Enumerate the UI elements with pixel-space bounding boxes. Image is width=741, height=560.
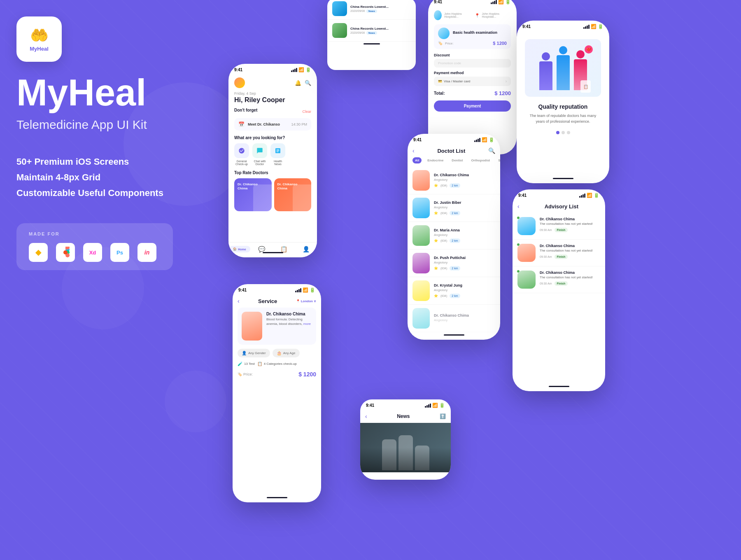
home-bottom-line xyxy=(263,252,283,253)
feature-2: Maintain 4-8px Grid xyxy=(16,172,214,183)
dl-search-icon[interactable]: 🔍 xyxy=(488,147,495,154)
adv-back-button[interactable]: ‹ xyxy=(517,203,520,210)
test-icon: 🧪 xyxy=(238,362,242,366)
svg-point-3 xyxy=(63,250,68,254)
svc-location[interactable]: 📍 London ∨ xyxy=(296,299,316,303)
quality-content: ❤️ 📋 Quality reputation The team of repu… xyxy=(517,31,609,142)
doctor-card-2[interactable]: Dr. ChikansoChima xyxy=(274,178,312,211)
doctor-item-5[interactable]: Dr. Krystal Jung Angiolory ⭐ (834) 2 km xyxy=(408,277,500,305)
left-panel: 🤲 MyHeal MyHeal Telemedicine App UI Kit … xyxy=(16,16,214,270)
news-bottom-status: 9:41 📶 🔋 xyxy=(360,399,451,410)
dl-dist-3: 2 km xyxy=(450,238,460,243)
svc-back-button[interactable]: ‹ xyxy=(238,298,240,304)
dl-specialty-6: Angiolory xyxy=(434,318,495,322)
doctor-item-6[interactable]: Dr. Chikanso Chima Angiolory xyxy=(408,305,500,332)
payment-method-section: Payment method 💳 Visa / Master card › xyxy=(434,71,511,86)
home-content: 🔔 🔍 Friday, 4 Sep Hi, Riley Cooper Don't… xyxy=(228,74,317,256)
tab-dentist[interactable]: Dentist xyxy=(449,157,465,163)
service-news[interactable]: HealthNews xyxy=(270,143,285,166)
news-title-1: China Records Lowest... xyxy=(350,5,411,9)
dl-bottom-line xyxy=(444,334,464,336)
doctor-item-2[interactable]: Dr. Justin Biber Angiolory ⭐ (834) 2 km xyxy=(408,194,500,222)
news-bottom-header: ‹ News ⬆️ xyxy=(360,410,451,423)
news-title-2: China Records Lowest... xyxy=(350,27,411,30)
adv-dot-2 xyxy=(517,243,520,246)
dl-back-button[interactable]: ‹ xyxy=(412,147,415,154)
dl-specialty-2: Angiolory xyxy=(434,205,495,209)
adv-info-1: Dr. Chikanso Chima The consultation has … xyxy=(540,217,600,232)
nav-records[interactable]: 📋 xyxy=(273,246,295,252)
pm-row[interactable]: 💳 Visa / Master card › xyxy=(434,77,511,86)
adv-status-3: Finish xyxy=(555,281,568,286)
service-checkup[interactable]: GeneralCheck-up xyxy=(234,143,249,166)
svc-filters: 👤 Any Gender 🎂 Any Age xyxy=(233,349,321,357)
dl-dist-4: 2 km xyxy=(450,266,460,271)
adv-time-2: 09:30 Am xyxy=(540,255,552,258)
gender-filter[interactable]: 👤 Any Gender xyxy=(238,349,270,357)
dl-name-4: Dr. Push Puttichai xyxy=(434,256,495,260)
tab-endocrine[interactable]: Endocrine xyxy=(425,157,446,163)
tab-all[interactable]: All xyxy=(412,157,422,163)
news-bottom-back[interactable]: ‹ xyxy=(365,413,367,420)
search-icon-home[interactable]: 🔍 xyxy=(305,80,311,86)
doctor-card-1[interactable]: Dr. ChikansoChima xyxy=(234,178,272,211)
adv-item-3[interactable]: Dr. Chikanso Chima The consultation has … xyxy=(513,266,605,293)
tab-surge[interactable]: Surge xyxy=(496,157,500,163)
news-date-1: 2020/09/08 xyxy=(350,9,365,12)
doctor-item-3[interactable]: Dr. Maria Anna Angiolory ⭐ (834) 2 km xyxy=(408,222,500,250)
logo-box: 🤲 MyHeal xyxy=(16,16,62,62)
svc-doctor-card[interactable]: Dr. Chikanso Chima Blood formula: Detect… xyxy=(238,308,316,345)
service-chat[interactable]: Chat withDoctor xyxy=(252,143,267,166)
phone-news-bottom: 9:41 📶 🔋 ‹ News ⬆️ xyxy=(360,399,451,480)
pay-button[interactable]: Payment xyxy=(434,100,511,112)
tool-ps: Ps xyxy=(110,243,129,262)
news-share-icon[interactable]: ⬆️ xyxy=(440,413,446,419)
adv-name-1: Dr. Chikanso Chima xyxy=(540,217,600,221)
nav-profile[interactable]: 👤 xyxy=(295,246,317,252)
logo-icon: 🤲 xyxy=(30,27,49,44)
tool-invision: in xyxy=(137,243,156,262)
dl-specialty-3: Angiolory xyxy=(434,233,495,237)
dl-avatar-6 xyxy=(412,308,430,329)
news-item-1[interactable]: China Records Lowest... 2020/09/08 News xyxy=(327,0,416,20)
quality-dots xyxy=(525,131,601,134)
payment-status: 9:41 📶 🔋 xyxy=(428,0,517,6)
dl-specialty-4: Angiolory xyxy=(434,261,495,264)
notification-icon[interactable]: 🔔 xyxy=(295,80,301,86)
news-content-1: China Records Lowest... 2020/09/08 News xyxy=(350,5,411,13)
doctor-item-4[interactable]: Dr. Push Puttichai Angiolory ⭐ (834) 2 k… xyxy=(408,250,500,277)
adv-item-2[interactable]: Dr. Chikanso Chima The consultation has … xyxy=(513,240,605,266)
adv-desc-1: The consultation has not yet started! xyxy=(540,222,600,226)
adv-name-2: Dr. Chikanso Chima xyxy=(540,244,600,248)
news-img-2 xyxy=(332,23,347,38)
svc-title: Service xyxy=(242,298,294,304)
dl-info-2: Dr. Justin Biber Angiolory ⭐ (834) 2 km xyxy=(434,201,495,215)
nav-chat[interactable]: 💬 xyxy=(251,246,273,252)
checkup-icon xyxy=(234,143,249,158)
feature-list: 50+ Premium iOS Screens Maintain 4-8px G… xyxy=(16,156,214,198)
adv-item-1[interactable]: Dr. Chikanso Chima The consultation has … xyxy=(513,213,605,240)
svc-status: 9:41 📶 🔋 xyxy=(233,284,321,294)
tool-sketch: ◆ xyxy=(29,243,48,262)
news-item-2[interactable]: China Records Lowest... 2020/09/08 News xyxy=(327,20,416,42)
service-icons-row: GeneralCheck-up Chat withDoctor HealthNe… xyxy=(234,143,311,166)
age-icon: 🎂 xyxy=(277,351,282,355)
hospital-right: John Hopkins Hospistal... xyxy=(482,12,511,18)
quality-chars xyxy=(539,46,587,90)
dl-reviews-5: (834) xyxy=(440,294,447,297)
dl-info-4: Dr. Push Puttichai Angiolory ⭐ (834) 2 k… xyxy=(434,256,495,271)
phone-service: 9:41 📶 🔋 ‹ Service 📍 London ∨ Dr. Chikan… xyxy=(233,284,321,502)
promo-input[interactable]: Promotion code xyxy=(434,59,511,68)
quality-bottom-line xyxy=(553,178,573,179)
dot-2 xyxy=(562,131,565,134)
nav-home[interactable]: 🏠 Home xyxy=(228,246,251,252)
more-link[interactable]: more xyxy=(303,322,311,326)
tab-ortho[interactable]: Orthopodist xyxy=(468,157,492,163)
age-filter[interactable]: 🎂 Any Age xyxy=(273,349,300,357)
clear-button[interactable]: Clear xyxy=(302,110,311,114)
doctor-item-1[interactable]: Dr. Chikanso Chima Angiolory ⭐ (834) 2 k… xyxy=(408,167,500,194)
dl-reviews-1: (834) xyxy=(440,184,447,187)
categories-label: 4 Categories check-up xyxy=(264,362,297,366)
dot-3 xyxy=(567,131,570,134)
adv-time-1: 09:30 Am xyxy=(540,229,552,231)
